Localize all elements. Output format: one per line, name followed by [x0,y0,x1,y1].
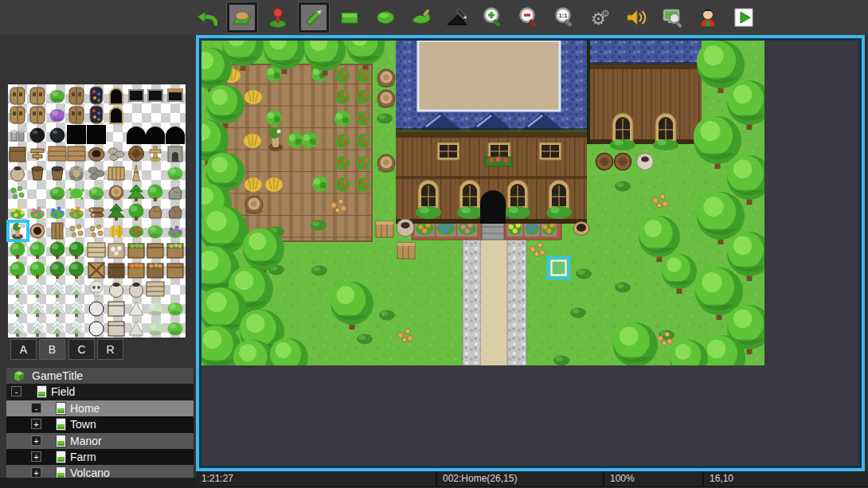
palette-tile-tomato[interactable] [127,221,147,240]
palette-tile-pot[interactable] [107,279,127,299]
palette-tile-pine[interactable] [107,202,127,221]
palette-tile-win[interactable] [166,86,186,105]
palette-tile-round[interactable] [87,318,107,338]
palette-tile-empty[interactable] [166,279,186,299]
settings-button[interactable]: ⚙⚙ [585,2,616,33]
palette-tile-snowpine[interactable] [8,318,28,338]
zoom-in-button[interactable] [478,2,508,33]
palette-tile-snowpine[interactable] [48,279,68,299]
palette-tile-tree[interactable] [28,260,48,279]
palette-tile-skull[interactable] [87,279,107,299]
map-tree-item-town[interactable]: +Town [6,416,194,432]
palette-tile-blob[interactable] [166,318,186,338]
palette-tile-blob[interactable] [146,299,166,318]
palette-tile-crate[interactable] [127,260,147,279]
palette-tile-snowpine[interactable] [28,318,48,338]
palette-tile-arch[interactable] [107,86,127,105]
palette-tile-win[interactable] [146,86,166,105]
palette-tile-planks[interactable] [48,144,68,163]
palette-tile-crate[interactable] [107,299,127,318]
palette-tile-pipes[interactable] [8,125,28,144]
palette-tile-torch[interactable] [127,163,147,182]
palette-tile-glass[interactable] [87,105,107,124]
palette-tile-empty[interactable] [28,183,48,202]
palette-tile-snowpine[interactable] [67,279,87,299]
palette-tile-tree[interactable] [146,183,166,202]
palette-tile-barrel[interactable] [127,144,147,163]
palette-tile-crate[interactable] [107,260,127,279]
expander-icon[interactable]: + [31,435,41,446]
palette-tile-gate[interactable] [107,163,127,182]
palette-tile-door[interactable] [67,86,87,105]
tileset-palette[interactable] [8,84,186,338]
palette-tile-snowpine[interactable] [8,279,28,299]
palette-tile-splash[interactable] [67,183,87,202]
tab-c[interactable]: C [68,339,95,360]
playtest-button[interactable] [729,2,759,33]
map-canvas-inner[interactable] [199,38,862,468]
palette-tile-arch[interactable] [107,105,127,124]
map-tree-item-gametitle[interactable]: GameTitle [6,368,194,384]
palette-tile-pot[interactable] [127,279,147,299]
palette-tile-blob[interactable] [87,183,107,202]
palette-tile-cross[interactable] [146,144,166,163]
palette-tile-flower[interactable] [8,202,28,221]
palette-tile-tree[interactable] [67,240,87,260]
map-edit-mode-button[interactable] [227,2,257,33]
palette-tile-dome[interactable] [166,125,186,144]
palette-tile-mush[interactable] [67,221,87,240]
palette-tile-crate[interactable] [146,260,166,279]
palette-tile-tree[interactable] [67,260,87,279]
palette-tile-bucket[interactable] [28,163,48,182]
palette-tile-empty[interactable] [127,105,147,124]
palette-tile-snowpine[interactable] [8,299,28,318]
character-generator-button[interactable] [693,2,723,33]
palette-tile-snowpine[interactable] [67,299,87,318]
palette-tile-tree[interactable] [28,240,48,260]
palette-tile-round[interactable] [28,125,48,144]
map-tree-item-farm[interactable]: +Farm [6,449,194,465]
palette-tile-dome[interactable] [146,125,166,144]
palette-tile-glass[interactable] [87,86,107,105]
tab-b[interactable]: B [39,339,65,360]
palette-tile-dome[interactable] [127,125,147,144]
palette-tile-snowpine[interactable] [28,299,48,318]
palette-tile-rock[interactable] [146,202,166,221]
palette-tile-blob[interactable] [166,299,186,318]
palette-tile-flower[interactable] [67,202,87,221]
expander-icon[interactable]: + [31,419,41,429]
palette-tile-scarecrow[interactable] [8,221,28,240]
palette-tile-door[interactable] [8,105,28,124]
palette-tile-sign[interactable] [28,144,48,163]
palette-tile-snowpine[interactable] [67,318,87,338]
map-tree-item-field[interactable]: -Field [6,384,194,400]
palette-tile-wheat[interactable] [107,221,127,240]
palette-tile-tree[interactable] [48,260,68,279]
palette-tile-door[interactable] [28,86,48,105]
palette-tile-snowpine[interactable] [48,299,68,318]
palette-tile-flower[interactable] [48,202,68,221]
palette-tile-empty[interactable] [146,105,166,124]
tab-r[interactable]: R [97,339,123,360]
palette-tile-pot[interactable] [8,163,28,182]
palette-tile-door[interactable] [67,105,87,124]
palette-tile-empty[interactable] [146,163,166,182]
rectangle-tool-button[interactable] [334,2,365,33]
palette-tile-tree[interactable] [8,260,28,279]
palette-tile-stones[interactable] [87,163,107,182]
event-edit-mode-button[interactable] [263,2,293,33]
palette-tile-tree[interactable] [8,240,28,260]
palette-tile-firepit[interactable] [67,163,87,182]
palette-tile-pine[interactable] [127,183,147,202]
sound-test-button[interactable] [621,2,651,33]
palette-tile-crate[interactable] [8,144,28,163]
map-view[interactable] [201,41,764,365]
tab-a[interactable]: A [10,339,37,360]
palette-tile-empty[interactable] [166,105,186,124]
palette-tile-empty[interactable] [107,125,127,144]
palette-tile-mush[interactable] [8,183,28,202]
palette-tile-flower[interactable] [166,221,186,240]
palette-tile-snowpine[interactable] [28,279,48,299]
palette-tile-sacks[interactable] [107,240,127,260]
palette-tile-planks[interactable] [146,279,166,299]
